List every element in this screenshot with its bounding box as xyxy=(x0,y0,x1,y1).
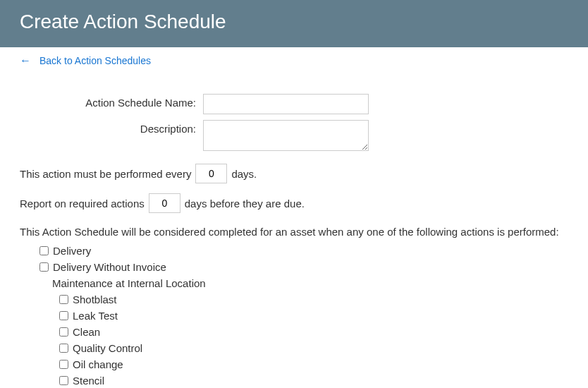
back-to-schedules-link[interactable]: Back to Action Schedules xyxy=(39,55,151,66)
report-suffix: days before they are due. xyxy=(185,198,305,210)
action-oil-change: Oil change xyxy=(59,358,568,370)
description-row: Description: xyxy=(20,120,568,151)
action-quality-control: Quality Control xyxy=(59,342,568,354)
label-quality-control: Quality Control xyxy=(73,342,142,354)
back-arrow-icon[interactable]: ← xyxy=(20,54,31,67)
report-row: Report on required actions days before t… xyxy=(20,193,568,213)
checkbox-quality-control[interactable] xyxy=(59,344,68,353)
checkbox-delivery[interactable] xyxy=(39,246,49,255)
report-prefix: Report on required actions xyxy=(20,198,145,210)
back-link-row: ← Back to Action Schedules xyxy=(0,47,588,74)
checkbox-clean[interactable] xyxy=(59,327,68,337)
label-oil-change: Oil change xyxy=(73,358,123,370)
report-input[interactable] xyxy=(149,193,180,213)
label-delivery: Delivery xyxy=(53,245,91,257)
action-shotblast: Shotblast xyxy=(59,293,568,305)
checkbox-stencil[interactable] xyxy=(59,376,68,385)
label-stencil: Stencil xyxy=(73,375,104,387)
frequency-prefix: This action must be performed every xyxy=(20,168,191,180)
name-row: Action Schedule Name: xyxy=(20,94,568,114)
name-label: Action Schedule Name: xyxy=(20,94,203,109)
description-label: Description: xyxy=(20,120,203,135)
maintenance-sublist: Shotblast Leak Test Clean Quality Contro… xyxy=(39,293,568,387)
action-list: Delivery Delivery Without Invoice Mainte… xyxy=(20,245,568,387)
action-stencil: Stencil xyxy=(59,375,568,387)
action-delivery-without-invoice: Delivery Without Invoice xyxy=(39,261,568,273)
label-delivery-without-invoice: Delivery Without Invoice xyxy=(53,261,166,273)
form-area: Action Schedule Name: Description: This … xyxy=(0,74,588,387)
name-input[interactable] xyxy=(203,94,369,114)
action-delivery: Delivery xyxy=(39,245,568,257)
checkbox-shotblast[interactable] xyxy=(59,295,68,304)
label-shotblast: Shotblast xyxy=(73,293,117,305)
page-header: Create Action Schedule xyxy=(0,0,588,47)
frequency-row: This action must be performed every days… xyxy=(20,164,568,183)
completion-text: This Action Schedule will be considered … xyxy=(20,226,568,238)
label-clean: Clean xyxy=(73,326,100,338)
checkbox-delivery-without-invoice[interactable] xyxy=(39,262,49,272)
action-leak-test: Leak Test xyxy=(59,310,568,322)
checkbox-leak-test[interactable] xyxy=(59,311,68,320)
action-clean: Clean xyxy=(59,326,568,338)
checkbox-oil-change[interactable] xyxy=(59,360,68,369)
maintenance-group-label: Maintenance at Internal Location xyxy=(39,277,568,289)
page-title: Create Action Schedule xyxy=(20,11,568,33)
frequency-suffix: days. xyxy=(231,168,257,180)
label-leak-test: Leak Test xyxy=(73,310,118,322)
frequency-input[interactable] xyxy=(195,164,227,183)
description-input[interactable] xyxy=(203,120,369,151)
